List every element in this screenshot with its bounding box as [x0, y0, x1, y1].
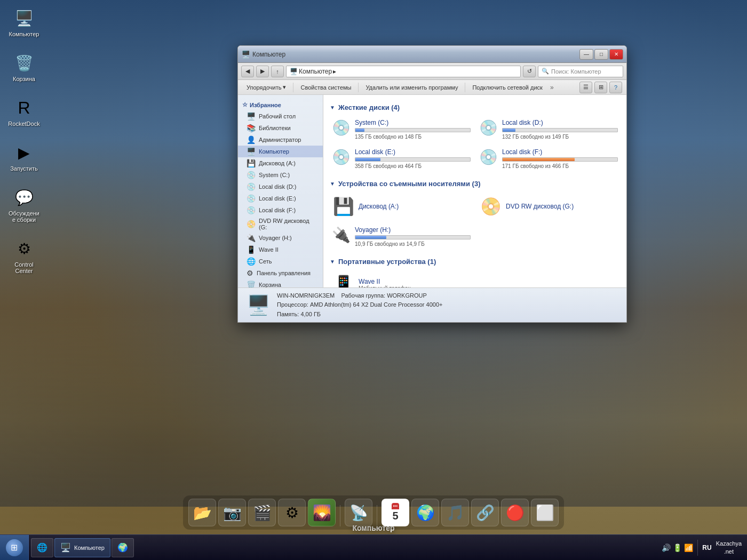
taskbar-item-ie[interactable]: 🌐: [31, 538, 53, 557]
tray-icon-2[interactable]: 🔋: [673, 543, 682, 552]
dock-item-app1[interactable]: 🔴: [501, 499, 529, 526]
toolbar: Упорядочить ▾ Свойства системы Удалить и…: [238, 80, 626, 95]
sidebar-item-drive-c[interactable]: 💿 System (C:): [238, 169, 323, 181]
sidebar-item-control-panel[interactable]: ⚙ Панель управления: [238, 267, 323, 279]
sidebar-item-network[interactable]: 🌐 Сеть: [238, 255, 323, 267]
disk-item-f[interactable]: 💿 Local disk (F:) 171 ГБ свободно из 466…: [477, 146, 620, 171]
sidebar-item-drive-e[interactable]: 💿 Local disk (E:): [238, 193, 323, 204]
taskbar: ⊞ 🌐 🖥️ Компьютер 🌍 🔊 🔋 📶 RU Kazachya .ne…: [0, 534, 747, 560]
hard-disks-section-header: ▼ Жесткие диски (4): [330, 103, 620, 111]
drive-f-label: Local disk (F:): [259, 207, 296, 213]
device-a-name: Дисковод (А:): [359, 203, 399, 210]
properties-label: Свойства системы: [300, 84, 351, 91]
computer-icon: 🖥️: [13, 7, 35, 29]
network-button[interactable]: Подключить сетевой диск: [468, 82, 546, 93]
desktop-icon-run[interactable]: ▶ Запустить: [5, 140, 43, 174]
view-list[interactable]: ⊞: [594, 82, 607, 93]
uninstall-button[interactable]: Удалить или изменить программу: [361, 82, 462, 93]
dock-item-photos[interactable]: 🌄: [308, 499, 336, 526]
dock-item-network2[interactable]: 🔗: [471, 499, 499, 526]
calendar-widget: ▪▪▪ 5: [391, 502, 401, 523]
view-toggle[interactable]: ☰: [579, 82, 592, 93]
drive-e-label: Local disk (E:): [259, 195, 296, 202]
window-body: ☆ Избранное 🖥️ Рабочий стол 📚 Библиотеки…: [238, 95, 626, 287]
taskbar-item-computer[interactable]: 🖥️ Компьютер: [54, 538, 110, 557]
sidebar-item-trash[interactable]: 🗑️ Корзина: [238, 279, 323, 287]
toolbar-separator-1: [293, 83, 293, 92]
maximize-button[interactable]: □: [594, 49, 608, 60]
language-indicator[interactable]: RU: [702, 544, 711, 551]
dock-item-folder[interactable]: 📂: [188, 499, 216, 526]
refresh-button[interactable]: ↺: [523, 66, 536, 77]
search-box[interactable]: 🔍 Поиск: Компьютер: [538, 66, 623, 77]
toolbar-separator-2: [358, 83, 359, 92]
sidebar-item-drive-d[interactable]: 💿 Local disk (D:): [238, 181, 323, 193]
dock-item-settings[interactable]: ⚙: [278, 499, 306, 526]
sidebar-item-admin[interactable]: 👤 Администратор: [238, 134, 323, 146]
dock-item-satellite[interactable]: 📡: [345, 499, 372, 526]
disk-e-bar: [355, 157, 471, 162]
address-path[interactable]: 🖥️ Компьютер ▸: [286, 66, 521, 77]
desktop-icon-control-center[interactable]: ⚙ Control Center: [5, 236, 43, 276]
properties-button[interactable]: Свойства системы: [296, 82, 355, 93]
computer-taskbar-icon: 🖥️: [60, 542, 71, 553]
content-area: ▼ Жесткие диски (4) 💿 System (C:) 135 ГБ…: [323, 95, 626, 287]
taskbar-right: 🔊 🔋 📶 RU Kazachya .net: [656, 540, 747, 556]
dock-item-calendar[interactable]: ▪▪▪ 5: [382, 499, 409, 526]
address-bar: ◀ ▶ ↑ 🖥️ Компьютер ▸ ↺ 🔍 Поиск: Компьюте…: [238, 63, 626, 80]
disk-c-icon: 💿: [332, 119, 351, 137]
dock-item-camera[interactable]: 📷: [218, 499, 246, 526]
desktop-icon-computer[interactable]: 🖥️ Компьютер: [5, 5, 43, 39]
device-item-wave[interactable]: 📱 Wave II Мобильный телефон: [330, 271, 473, 287]
disk-e-fill: [355, 158, 380, 161]
organize-label: Упорядочить: [247, 84, 281, 91]
disk-f-icon: 💿: [479, 148, 498, 166]
device-item-h[interactable]: 🔌 Voyager (H:) 10,9 ГБ свободно из 14,9 …: [330, 224, 473, 249]
drive-a-label: Дисковод (А:): [259, 160, 296, 166]
help-button[interactable]: ?: [609, 82, 622, 93]
forward-button[interactable]: ▶: [256, 66, 269, 77]
sidebar-item-drive-f[interactable]: 💿 Local disk (F:): [238, 204, 323, 216]
tray-icon-3[interactable]: 📶: [684, 543, 693, 552]
disk-item-c[interactable]: 💿 System (C:) 135 ГБ свободно из 148 ГБ: [330, 117, 473, 142]
control-panel-icon: ⚙: [247, 269, 253, 277]
dock-item-app2[interactable]: ⬜: [531, 499, 559, 526]
disk-e-size: 358 ГБ свободно из 464 ГБ: [355, 163, 471, 169]
network-sidebar-label: Сеть: [259, 258, 272, 265]
status-info: WIN-NOMRNIGK3EM Рабочая группа: WORKGROU…: [277, 291, 442, 319]
desktop-icon-discuss[interactable]: 💬 Обсуждение сборки: [5, 185, 43, 225]
start-button[interactable]: ⊞: [0, 535, 29, 561]
dock-item-music[interactable]: 🎵: [441, 499, 469, 526]
up-button[interactable]: ↑: [271, 66, 284, 77]
disk-item-e[interactable]: 💿 Local disk (E:) 358 ГБ свободно из 464…: [330, 146, 473, 171]
trash-sidebar-icon: 🗑️: [247, 281, 256, 287]
minimize-button[interactable]: —: [579, 49, 593, 60]
taskbar-item-browser2[interactable]: 🌍: [112, 538, 134, 557]
sidebar-item-wave[interactable]: 📱 Wave II: [238, 244, 323, 255]
device-g-name: DVD RW дисковод (G:): [506, 203, 574, 210]
dock-item-video[interactable]: 🎬: [248, 499, 276, 526]
organize-button[interactable]: Упорядочить ▾: [242, 82, 290, 93]
close-button[interactable]: ✕: [609, 49, 623, 60]
dock-item-globe[interactable]: 🌍: [411, 499, 439, 526]
disk-e-icon: 💿: [332, 148, 351, 166]
sidebar-item-drive-g[interactable]: 📀 DVD RW дисковод (G:: [238, 216, 323, 232]
sidebar-item-drive-a[interactable]: 💾 Дисковод (А:): [238, 157, 323, 169]
device-item-g[interactable]: 📀 DVD RW дисковод (G:): [477, 193, 620, 220]
desktop-icon-rocketdock[interactable]: R RocketDock: [5, 95, 43, 129]
sidebar-item-desktop[interactable]: 🖥️ Рабочий стол: [238, 110, 323, 122]
start-orb: ⊞: [6, 539, 23, 556]
sidebar-item-drive-h[interactable]: 🔌 Voyager (H:): [238, 232, 323, 244]
sidebar-item-computer[interactable]: 🖥️ Компьютер: [238, 146, 323, 157]
device-a-icon: 💾: [333, 196, 354, 217]
desktop-icon-recycle[interactable]: 🗑️ Корзина: [5, 50, 43, 84]
device-item-a[interactable]: 💾 Дисковод (А:): [330, 193, 473, 220]
back-button[interactable]: ◀: [241, 66, 254, 77]
disk-item-d[interactable]: 💿 Local disk (D:) 132 ГБ свободно из 149…: [477, 117, 620, 142]
portable-arrow: ▼: [330, 259, 335, 265]
drive-f-icon: 💿: [247, 206, 256, 214]
tray-icon-1[interactable]: 🔊: [662, 543, 671, 552]
sidebar-item-libraries[interactable]: 📚 Библиотеки: [238, 122, 323, 134]
disk-c-fill: [355, 129, 364, 132]
breadcrumb: 🖥️ Компьютер ▸: [290, 68, 336, 75]
